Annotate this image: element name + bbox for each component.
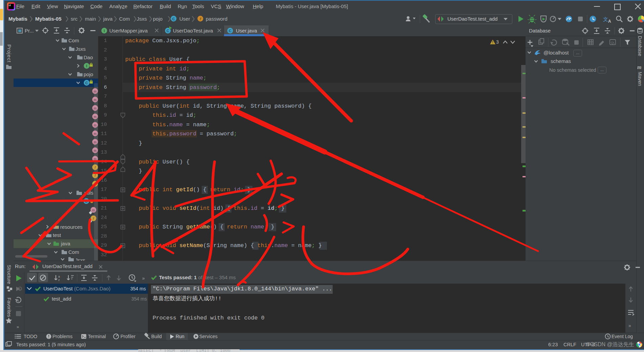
svg-text:I: I [104, 29, 105, 33]
svg-text:C: C [85, 81, 88, 85]
svg-text:C: C [172, 17, 175, 21]
svg-text:C: C [166, 29, 169, 33]
svg-text:m: m [92, 208, 95, 212]
svg-text:5: 5 [17, 299, 19, 302]
svg-text:»: » [628, 323, 631, 328]
svg-text:A: A [608, 19, 611, 24]
svg-text:文: 文 [603, 16, 608, 22]
svg-text:z: z [58, 278, 60, 282]
svg-text:QL: QL [611, 41, 615, 44]
svg-text:m: m [637, 64, 641, 70]
svg-text:m: m [94, 140, 96, 144]
svg-text:a: a [58, 275, 60, 278]
svg-text:m: m [94, 115, 96, 119]
svg-text:»: » [142, 276, 145, 281]
svg-text:9: 9 [19, 288, 21, 291]
svg-text:m: m [94, 90, 96, 93]
svg-text:m: m [94, 107, 96, 110]
svg-text:m: m [94, 98, 96, 102]
svg-text:m: m [94, 132, 96, 136]
svg-text:»: » [17, 324, 19, 329]
svg-text:C: C [229, 29, 231, 33]
svg-text:m: m [94, 124, 96, 127]
svg-text:I: I [86, 64, 87, 68]
svg-text:m: m [94, 149, 96, 153]
